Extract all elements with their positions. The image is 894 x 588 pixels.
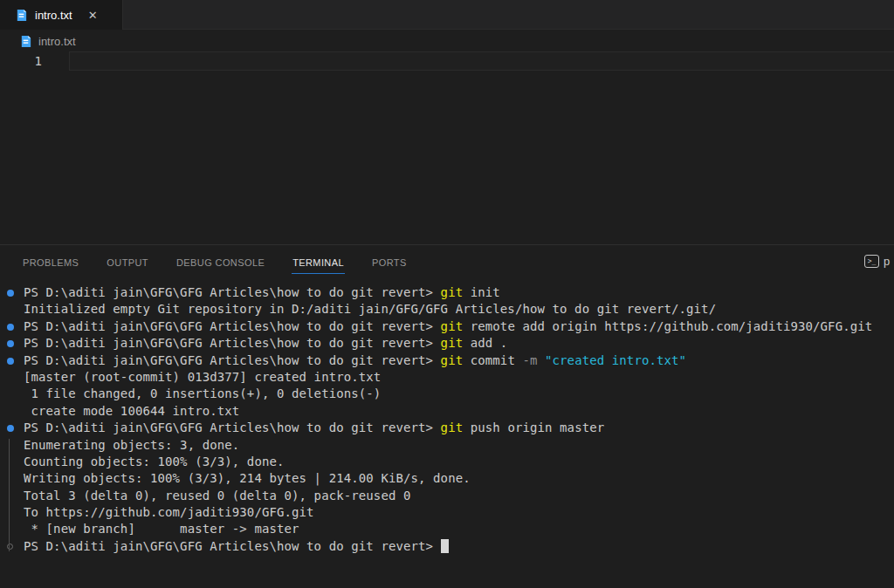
vscode-window: intro.txt ✕ intro.txt 1 PROBLEMSOUTPUTDE… — [0, 0, 894, 588]
terminal-line: PS D:\aditi jain\GFG\GFG Articles\how to… — [0, 352, 894, 369]
tab-label: intro.txt — [35, 9, 72, 22]
terminal-text: init — [463, 285, 500, 299]
editor-tab-bar: intro.txt ✕ — [0, 0, 894, 30]
terminal-profile[interactable]: >_ p — [864, 245, 890, 277]
command-success-decoration-icon[interactable] — [7, 290, 14, 297]
terminal-text: git — [441, 420, 464, 434]
terminal-text: PS D:\aditi jain\GFG\GFG Articles\how to… — [24, 539, 441, 553]
panel-tab-debug-console[interactable]: DEBUG CONSOLE — [175, 249, 265, 274]
panel-tab-output[interactable]: OUTPUT — [106, 249, 149, 274]
terminal-line: create mode 100644 intro.txt — [0, 403, 894, 420]
bottom-panel: PROBLEMSOUTPUTDEBUG CONSOLETERMINALPORTS… — [0, 244, 894, 588]
terminal-text: 1 file changed, 0 insertions(+), 0 delet… — [24, 386, 381, 400]
terminal-text: create mode 100644 intro.txt — [24, 404, 239, 418]
close-icon[interactable]: ✕ — [88, 10, 98, 21]
editor-area[interactable]: 1 — [0, 51, 894, 244]
terminal-text: commit — [463, 353, 522, 367]
terminal-line: * [new branch] master -> master — [0, 521, 894, 537]
command-success-decoration-icon[interactable] — [7, 324, 14, 331]
line-number: 1 — [0, 52, 42, 70]
terminal-text: [master (root-commit) 013d377] created i… — [24, 370, 381, 384]
terminal-line: [master (root-commit) 013d377] created i… — [0, 369, 894, 386]
terminal-text — [538, 353, 546, 367]
terminal-line: PS D:\aditi jain\GFG\GFG Articles\how to… — [0, 420, 894, 436]
terminal-text: PS D:\aditi jain\GFG\GFG Articles\how to… — [24, 285, 441, 299]
breadcrumb-item-filename: intro.txt — [38, 35, 76, 48]
terminal-text: Counting objects: 100% (3/3), done. — [24, 455, 285, 468]
terminal-line: 1 file changed, 0 insertions(+), 0 delet… — [0, 386, 894, 402]
terminal-text: Total 3 (delta 0), reused 0 (delta 0), p… — [24, 489, 411, 503]
terminal-text: git — [441, 336, 464, 350]
current-line-highlight — [69, 51, 894, 71]
terminal-text: Enumerating objects: 3, done. — [24, 438, 239, 452]
panel-tab-terminal[interactable]: TERMINAL — [292, 249, 345, 274]
terminal-text: Initialized empty Git repository in D:/a… — [24, 302, 716, 316]
terminal-text: add . — [463, 336, 507, 350]
terminal-line: PS D:\aditi jain\GFG\GFG Articles\how to… — [0, 318, 894, 335]
terminal-text: git — [441, 353, 464, 367]
terminal-content[interactable]: PS D:\aditi jain\GFG\GFG Articles\how to… — [0, 277, 894, 588]
terminal-line: PS D:\aditi jain\GFG\GFG Articles\how to… — [0, 335, 894, 352]
terminal-text: push origin master — [463, 420, 604, 434]
terminal-text: PS D:\aditi jain\GFG\GFG Articles\how to… — [24, 420, 441, 434]
breadcrumb[interactable]: intro.txt — [0, 31, 894, 51]
command-success-decoration-icon[interactable] — [7, 425, 14, 432]
breadcrumb-file-icon — [19, 35, 32, 48]
terminal-text: git — [441, 319, 464, 333]
file-icon — [15, 9, 28, 22]
terminal-line: To https://github.com/jaditi930/GFG.git — [0, 504, 894, 521]
terminal-line: Writing objects: 100% (3/3), 214 bytes |… — [0, 470, 894, 487]
terminal-text: remote add origin https://github.com/jad… — [463, 319, 872, 333]
powershell-terminal-icon: >_ — [864, 255, 879, 268]
terminal-text: * [new branch] master -> master — [24, 522, 299, 536]
command-success-decoration-icon[interactable] — [7, 340, 14, 347]
panel-tabs: PROBLEMSOUTPUTDEBUG CONSOLETERMINALPORTS — [22, 249, 434, 274]
terminal-line: Total 3 (delta 0), reused 0 (delta 0), p… — [0, 488, 894, 504]
terminal-line: PS D:\aditi jain\GFG\GFG Articles\how to… — [0, 538, 894, 555]
terminal-text: PS D:\aditi jain\GFG\GFG Articles\how to… — [24, 336, 441, 350]
terminal-line: Counting objects: 100% (3/3), done. — [0, 454, 894, 470]
terminal-text: -m — [522, 353, 537, 367]
panel-tab-ports[interactable]: PORTS — [371, 249, 408, 274]
terminal-text: PS D:\aditi jain\GFG\GFG Articles\how to… — [24, 353, 441, 367]
terminal-line: Initialized empty Git repository in D:/a… — [0, 301, 894, 318]
terminal-line: PS D:\aditi jain\GFG\GFG Articles\how to… — [0, 284, 894, 301]
terminal-block-cursor — [441, 539, 449, 553]
command-success-decoration-icon[interactable] — [7, 358, 14, 365]
panel-header: PROBLEMSOUTPUTDEBUG CONSOLETERMINALPORTS… — [0, 245, 894, 277]
terminal-text: PS D:\aditi jain\GFG\GFG Articles\how to… — [24, 319, 441, 333]
panel-tab-problems[interactable]: PROBLEMS — [22, 249, 79, 274]
tab-intro-txt[interactable]: intro.txt ✕ — [0, 0, 123, 30]
terminal-profile-label: p — [884, 255, 890, 268]
terminal-text: To https://github.com/jaditi930/GFG.git — [24, 505, 314, 519]
terminal-line: Enumerating objects: 3, done. — [0, 437, 894, 454]
terminal-text: git — [441, 285, 464, 299]
terminal-text: "created intro.txt" — [545, 353, 686, 367]
terminal-text: Writing objects: 100% (3/3), 214 bytes |… — [24, 471, 471, 485]
command-output-rail — [9, 439, 10, 552]
